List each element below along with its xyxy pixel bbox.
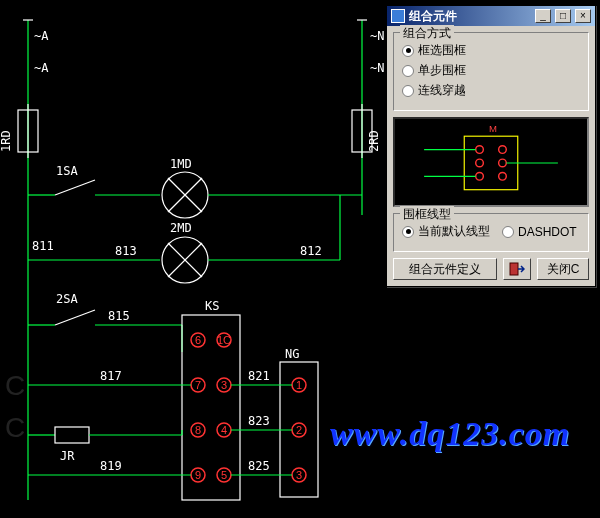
label-w815: 815 <box>108 309 130 323</box>
group-combine-mode: 组合方式 框选围框 单步围框 连线穿越 <box>393 32 589 111</box>
radio-label: 当前默认线型 <box>418 223 490 240</box>
radio-box-select[interactable]: 框选围框 <box>402 42 580 59</box>
exit-button[interactable] <box>503 258 531 280</box>
svg-text:825: 825 <box>248 459 270 473</box>
svg-rect-24 <box>182 315 240 500</box>
svg-point-71 <box>499 159 507 167</box>
label-A1: ~A <box>34 29 49 43</box>
label-1RD: 1RD <box>0 130 13 152</box>
dialog-titlebar[interactable]: 组合元件 _ □ × <box>387 6 595 26</box>
label-2RD: 2RD <box>367 130 381 152</box>
svg-point-69 <box>499 146 507 154</box>
radio-label: DASHDOT <box>518 225 577 239</box>
svg-point-68 <box>476 146 484 154</box>
svg-line-21 <box>55 310 95 325</box>
radio-icon <box>402 85 414 97</box>
label-N1: ~N <box>370 29 384 43</box>
svg-text:821: 821 <box>248 369 270 383</box>
group-linetype-legend: 围框线型 <box>400 206 454 223</box>
radio-dashdot[interactable]: DASHDOT <box>502 225 577 239</box>
radio-label: 单步围框 <box>418 62 466 79</box>
svg-line-7 <box>55 180 95 195</box>
label-A2: ~A <box>34 61 49 75</box>
svg-text:817: 817 <box>100 369 122 383</box>
svg-text:7: 7 <box>195 379 201 391</box>
preview-pane: M <box>393 117 589 207</box>
label-JR: JR <box>60 449 75 463</box>
svg-text:1C: 1C <box>217 334 231 346</box>
svg-rect-77 <box>510 263 518 275</box>
svg-text:3: 3 <box>221 379 227 391</box>
svg-text:3: 3 <box>296 469 302 481</box>
svg-text:C: C <box>5 412 25 443</box>
svg-point-72 <box>476 173 484 181</box>
svg-rect-57 <box>55 427 89 443</box>
label-KS: KS <box>205 299 219 313</box>
define-component-button[interactable]: 组合元件定义 <box>393 258 497 280</box>
dialog-title: 组合元件 <box>409 8 531 25</box>
group-combine-legend: 组合方式 <box>400 25 454 42</box>
label-w812: 812 <box>300 244 322 258</box>
svg-text:2: 2 <box>296 424 302 436</box>
svg-point-73 <box>499 173 507 181</box>
exit-icon <box>509 262 525 276</box>
svg-text:9: 9 <box>195 469 201 481</box>
radio-label: 连线穿越 <box>418 82 466 99</box>
svg-text:C: C <box>5 370 25 401</box>
minimize-button[interactable]: _ <box>535 9 551 23</box>
label-1MD: 1MD <box>170 157 192 171</box>
radio-step-select[interactable]: 单步围框 <box>402 62 580 79</box>
app-icon <box>391 9 405 23</box>
svg-point-70 <box>476 159 484 167</box>
label-2MD: 2MD <box>170 221 192 235</box>
maximize-button[interactable]: □ <box>555 9 571 23</box>
watermark-text: www.dq123.com <box>330 415 570 453</box>
radio-icon <box>402 65 414 77</box>
radio-default-linetype[interactable]: 当前默认线型 <box>402 223 490 240</box>
radio-icon <box>402 45 414 57</box>
label-w811: 811 <box>32 239 54 253</box>
svg-text:819: 819 <box>100 459 122 473</box>
svg-text:4: 4 <box>221 424 227 436</box>
combine-component-dialog: 组合元件 _ □ × 组合方式 框选围框 单步围框 连线穿越 M <box>386 5 596 287</box>
svg-text:6: 6 <box>195 334 201 346</box>
svg-text:5: 5 <box>221 469 227 481</box>
radio-label: 框选围框 <box>418 42 466 59</box>
label-2SA: 2SA <box>56 292 78 306</box>
group-linetype: 围框线型 当前默认线型 DASHDOT <box>393 213 589 252</box>
label-1SA: 1SA <box>56 164 78 178</box>
svg-text:823: 823 <box>248 414 270 428</box>
radio-icon <box>502 226 514 238</box>
radio-icon <box>402 226 414 238</box>
svg-text:8: 8 <box>195 424 201 436</box>
svg-text:M: M <box>489 123 497 134</box>
label-N2: ~N <box>370 61 384 75</box>
radio-wire-cross[interactable]: 连线穿越 <box>402 82 580 99</box>
close-dialog-button[interactable]: 关闭C <box>537 258 589 280</box>
svg-text:1: 1 <box>296 379 302 391</box>
button-label: 组合元件定义 <box>409 261 481 278</box>
close-button[interactable]: × <box>575 9 591 23</box>
button-label: 关闭C <box>547 261 580 278</box>
label-NG: NG <box>285 347 299 361</box>
label-w813: 813 <box>115 244 137 258</box>
